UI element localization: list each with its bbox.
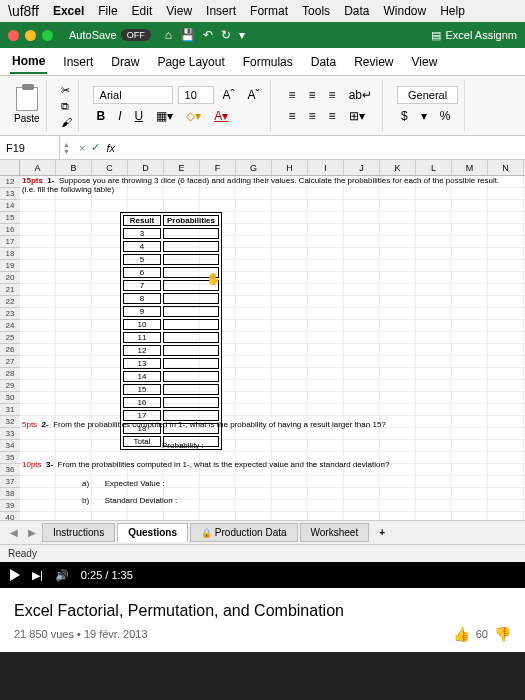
number-format-select[interactable]: General [397, 86, 458, 104]
menu-edit[interactable]: Edit [132, 4, 153, 18]
menu-tools[interactable]: Tools [302, 4, 330, 18]
tab-page-layout[interactable]: Page Layout [155, 51, 226, 73]
tab-nav-prev-icon[interactable]: ◀ [6, 527, 22, 538]
row-header[interactable]: 37 [0, 476, 20, 488]
align-bottom-icon[interactable]: ≡ [325, 86, 340, 104]
row-header[interactable]: 38 [0, 488, 20, 500]
thumbs-up-icon[interactable]: 👍 [453, 626, 470, 642]
tab-insert[interactable]: Insert [61, 51, 95, 73]
menu-data[interactable]: Data [344, 4, 369, 18]
menu-window[interactable]: Window [383, 4, 426, 18]
row-header[interactable]: 31 [0, 404, 20, 416]
prob-cell[interactable] [163, 293, 219, 304]
col-header[interactable]: I [308, 160, 344, 175]
apple-icon[interactable]: \uf8ff [8, 3, 39, 19]
currency-button[interactable]: $ [397, 107, 412, 125]
home-icon[interactable]: ⌂ [165, 28, 172, 42]
menu-insert[interactable]: Insert [206, 4, 236, 18]
prob-cell[interactable] [163, 241, 219, 252]
col-header[interactable]: L [416, 160, 452, 175]
menu-format[interactable]: Format [250, 4, 288, 18]
row-header[interactable]: 15 [0, 212, 20, 224]
menu-help[interactable]: Help [440, 4, 465, 18]
sheet-tab-production[interactable]: 🔒 Production Data [190, 523, 298, 542]
row-header[interactable]: 22 [0, 296, 20, 308]
align-left-icon[interactable]: ≡ [285, 107, 300, 125]
tab-draw[interactable]: Draw [109, 51, 141, 73]
row-header[interactable]: 12 [0, 176, 20, 188]
italic-button[interactable]: I [114, 107, 125, 125]
merge-icon[interactable]: ⊞▾ [345, 107, 369, 125]
row-header[interactable]: 28 [0, 368, 20, 380]
row-header[interactable]: 20 [0, 272, 20, 284]
tab-home[interactable]: Home [10, 50, 47, 74]
align-right-icon[interactable]: ≡ [325, 107, 340, 125]
dropdown-icon[interactable]: ▾ [417, 107, 431, 125]
autosave-toggle[interactable]: AutoSave OFF [69, 29, 151, 41]
font-color-button[interactable]: A▾ [210, 107, 232, 125]
formula-bar[interactable] [121, 142, 519, 154]
save-icon[interactable]: 💾 [180, 28, 195, 42]
tab-view[interactable]: View [410, 51, 440, 73]
play-icon[interactable] [10, 569, 20, 581]
sheet-tab-worksheet[interactable]: Worksheet [300, 523, 370, 542]
cancel-formula-icon[interactable]: × [79, 142, 85, 154]
col-header[interactable]: A [20, 160, 56, 175]
row-header[interactable]: 13 [0, 188, 20, 200]
shrink-font-button[interactable]: Aˇ [244, 86, 264, 104]
format-painter-icon[interactable]: 🖌 [61, 116, 72, 128]
tab-formulas[interactable]: Formulas [241, 51, 295, 73]
namebox-up-icon[interactable]: ▲ [63, 141, 70, 148]
sheet-tab-questions[interactable]: Questions [117, 523, 188, 542]
row-header[interactable]: 18 [0, 248, 20, 260]
prob-cell[interactable] [163, 254, 219, 265]
qat-more-icon[interactable]: ▾ [239, 28, 245, 42]
col-header[interactable]: N [488, 160, 524, 175]
row-header[interactable]: 33 [0, 428, 20, 440]
row-headers[interactable]: 1213141516171819202122232425262728293031… [0, 176, 20, 520]
row-header[interactable]: 27 [0, 356, 20, 368]
copy-icon[interactable]: ⧉ [61, 100, 69, 113]
row-header[interactable]: 30 [0, 392, 20, 404]
row-header[interactable]: 36 [0, 464, 20, 476]
fx-icon[interactable]: fx [106, 142, 115, 154]
col-header[interactable]: J [344, 160, 380, 175]
col-header[interactable]: K [380, 160, 416, 175]
row-header[interactable]: 25 [0, 332, 20, 344]
row-header[interactable]: 40 [0, 512, 20, 520]
name-box[interactable]: F19 [0, 136, 60, 159]
redo-icon[interactable]: ↻ [221, 28, 231, 42]
namebox-down-icon[interactable]: ▼ [63, 148, 70, 155]
col-header[interactable]: G [236, 160, 272, 175]
underline-button[interactable]: U [131, 107, 148, 125]
menu-excel[interactable]: Excel [53, 4, 84, 18]
volume-icon[interactable]: 🔊 [55, 569, 69, 582]
tab-data[interactable]: Data [309, 51, 338, 73]
maximize-icon[interactable] [42, 30, 53, 41]
minimize-icon[interactable] [25, 30, 36, 41]
close-icon[interactable] [8, 30, 19, 41]
prob-cell[interactable] [163, 345, 219, 356]
row-header[interactable]: 26 [0, 344, 20, 356]
prob-cell[interactable] [163, 332, 219, 343]
prob-cell[interactable] [163, 319, 219, 330]
bold-button[interactable]: B [93, 107, 110, 125]
percent-button[interactable]: % [436, 107, 455, 125]
accept-formula-icon[interactable]: ✓ [91, 141, 100, 154]
tab-review[interactable]: Review [352, 51, 395, 73]
tab-nav-next-icon[interactable]: ▶ [24, 527, 40, 538]
row-header[interactable]: 34 [0, 440, 20, 452]
cut-icon[interactable]: ✂ [61, 84, 70, 97]
col-header[interactable]: B [56, 160, 92, 175]
row-header[interactable]: 17 [0, 236, 20, 248]
menu-file[interactable]: File [98, 4, 117, 18]
cells-area[interactable]: 15pts 1- Suppose you are throwing 3 dice… [20, 176, 525, 520]
row-header[interactable]: 16 [0, 224, 20, 236]
col-header[interactable]: D [128, 160, 164, 175]
border-button[interactable]: ▦▾ [152, 107, 177, 125]
col-header[interactable]: E [164, 160, 200, 175]
row-header[interactable]: 23 [0, 308, 20, 320]
add-sheet-button[interactable]: + [371, 524, 393, 541]
undo-icon[interactable]: ↶ [203, 28, 213, 42]
row-header[interactable]: 14 [0, 200, 20, 212]
